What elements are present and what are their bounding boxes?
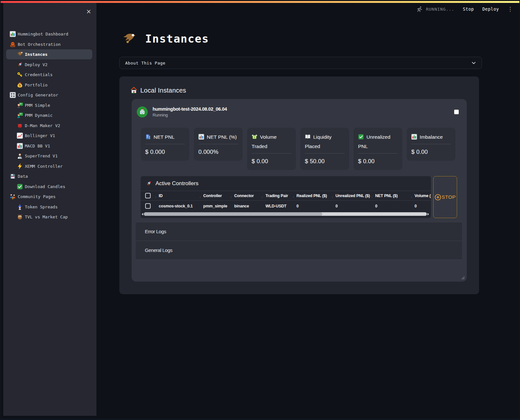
- floppy-disk-icon: [10, 173, 16, 179]
- sidebar-item-bollinger-v1[interactable]: Bollinger V1: [6, 131, 92, 141]
- sidebar-item-hummingbot-dashboard[interactable]: Hummingbot Dashboard: [6, 29, 92, 39]
- wizard-icon: [17, 204, 23, 210]
- stop-button-label: STOP: [442, 194, 456, 200]
- sidebar-item-label: Hummingbot Dashboard: [18, 32, 68, 36]
- sidebar-item-config-generator[interactable]: Config Generator: [6, 90, 92, 100]
- metric-net-pnl-pct: NET PNL (%) 0.000%: [194, 128, 243, 161]
- sidebar-item-pmm-simple[interactable]: PMM Simple: [6, 100, 92, 110]
- svg-text:$: $: [254, 136, 255, 138]
- column-header-realized-pnl: Realized PNL ($): [293, 194, 332, 198]
- open-book-icon: [305, 134, 311, 140]
- sidebar-item-credentials[interactable]: Credentials: [6, 70, 92, 80]
- general-logs-label: General Logs: [145, 247, 172, 253]
- sidebar-item-supertrend-v1[interactable]: SuperTrend V1: [6, 151, 92, 161]
- sidebar-item-token-spreads[interactable]: Token Spreads: [6, 202, 92, 212]
- instance-status: Running: [153, 113, 449, 117]
- topbar: RUNNING... Stop Deploy ⋮: [96, 3, 519, 14]
- sidebar-item-label: MACD BB V1: [25, 144, 50, 148]
- logs-section: Error Logs General Logs: [136, 222, 462, 260]
- status-text: RUNNING...: [426, 7, 454, 12]
- money-bag-icon: $: [17, 82, 23, 88]
- sidebar-item-macd-bb-v1[interactable]: MACD BB V1: [6, 141, 92, 151]
- column-header-unrealized-pnl: Unrealized PNL ($): [332, 194, 371, 198]
- instance-checkbox[interactable]: [454, 110, 459, 114]
- sidebar-item-tvl-vs-market-cap[interactable]: TVL vs Market Cap: [6, 212, 92, 222]
- sidebar-item-deploy-v2[interactable]: Deploy V2: [6, 60, 92, 70]
- control-knobs-icon: [10, 92, 16, 98]
- local-instances-card: Local Instances hummingbot-test-2024.08.…: [119, 76, 479, 294]
- cell-net-pnl: 0: [371, 204, 411, 208]
- controllers-row: Active Controllers ID Controller Connect…: [141, 176, 458, 218]
- instance-meta: hummingbot-test-2024.08.02_06.04 Running: [153, 106, 449, 117]
- metric-value: $ 0.00: [411, 149, 451, 155]
- sidebar-item-instances[interactable]: Instances: [6, 49, 92, 59]
- metric-label: NET PNL (%): [207, 134, 237, 140]
- metric-label-row: Liquidity Placed: [305, 132, 345, 151]
- general-logs-expander[interactable]: General Logs: [136, 241, 462, 260]
- deploy-button[interactable]: Deploy: [482, 6, 499, 12]
- sidebar-item-label: D-Man Maker V2: [25, 123, 60, 128]
- sidebar-item-pmm-dynamic[interactable]: PMM Dynamic: [6, 110, 92, 120]
- metric-net-pnl: NET PNL $ 0.000: [141, 128, 189, 161]
- stop-instance-button[interactable]: STOP: [433, 176, 457, 218]
- sidebar-item-label: Bot Orchestration: [18, 42, 61, 47]
- sidebar-item-download-candles[interactable]: Download Candles: [6, 182, 92, 192]
- scroll-right-icon[interactable]: [427, 213, 429, 215]
- metric-imbalance: Imbalance $ 0.00: [407, 128, 455, 161]
- metric-value: $ 50.00: [305, 158, 345, 165]
- select-all-checkbox[interactable]: [145, 193, 151, 198]
- sidebar-item-label: PMM Simple: [25, 103, 50, 108]
- metric-divider: [198, 144, 238, 144]
- chart-increasing-icon: [17, 133, 23, 139]
- running-man-icon: [417, 6, 423, 12]
- cell-id: cosmos-stock_0.1: [155, 204, 199, 208]
- lightning-icon: [17, 163, 23, 169]
- active-controllers-header: Active Controllers: [141, 176, 431, 191]
- key-icon: [17, 72, 23, 78]
- metric-unrealized-pnl: Unrealized PNL $ 0.00: [354, 128, 402, 170]
- metric-divider: [358, 153, 398, 154]
- sidebar-item-label: Portfolio: [25, 83, 47, 87]
- table-row: cosmos-stock_0.1 pmm_simple binance WLD-…: [141, 201, 431, 211]
- metric-divider: [411, 144, 451, 144]
- bar-chart-icon: [198, 134, 204, 140]
- scrollbar-track[interactable]: [144, 212, 427, 216]
- instance-header: hummingbot-test-2024.08.02_06.04 Running: [132, 104, 467, 120]
- rocket-icon: [17, 62, 23, 68]
- overflow-menu-icon[interactable]: ⋮: [507, 6, 513, 12]
- sidebar-item-label: Data: [18, 174, 28, 179]
- scrollbar-thumb[interactable]: [144, 212, 322, 216]
- about-this-page-expander[interactable]: About This Page: [119, 57, 482, 69]
- plus-circle-icon: [435, 194, 441, 201]
- scroll-left-icon[interactable]: [142, 213, 143, 215]
- sidebar-item-community-pages[interactable]: Community Pages: [6, 192, 92, 202]
- local-instances-header: Local Instances: [130, 85, 467, 95]
- sidebar-item-data[interactable]: Data: [6, 171, 92, 181]
- row-checkbox[interactable]: [145, 203, 151, 209]
- bar-chart-icon: [17, 143, 23, 149]
- house-icon: [130, 87, 137, 94]
- eagle-icon: [123, 33, 135, 45]
- sidebar-nav: Hummingbot Dashboard Bot Orchestration I…: [3, 29, 96, 222]
- cell-trading-pair: WLD-USDT: [262, 204, 293, 208]
- section-title: Local Instances: [140, 87, 186, 94]
- sidebar-item-label: Instances: [25, 52, 47, 57]
- select-all-cell: [141, 193, 155, 198]
- metric-label-row: Unrealized PNL: [358, 132, 398, 151]
- instance-name: hummingbot-test-2024.08.02_06.04: [153, 106, 449, 112]
- sidebar-item-bot-orchestration[interactable]: Bot Orchestration: [6, 39, 92, 49]
- sidebar-close-icon[interactable]: ×: [85, 7, 93, 15]
- metric-label-row: $Volume Traded: [252, 132, 291, 151]
- sidebar-item-portfolio[interactable]: $ Portfolio: [6, 80, 92, 90]
- error-logs-expander[interactable]: Error Logs: [136, 222, 462, 241]
- metric-divider: [305, 153, 345, 154]
- sidebar-item-dman-maker-v2[interactable]: D-Man Maker V2: [6, 121, 92, 131]
- resize-handle[interactable]: [461, 276, 465, 279]
- sidebar: × Hummingbot Dashboard Bot Orchestration…: [3, 3, 96, 416]
- money-with-wings-icon: $: [252, 134, 257, 140]
- sidebar-item-xemm-controller[interactable]: XEMM Controller: [6, 161, 92, 171]
- stop-app-button[interactable]: Stop: [463, 6, 474, 12]
- metric-label-row: NET PNL: [145, 132, 185, 142]
- devil-face-icon: [17, 123, 23, 129]
- error-logs-label: Error Logs: [145, 229, 166, 234]
